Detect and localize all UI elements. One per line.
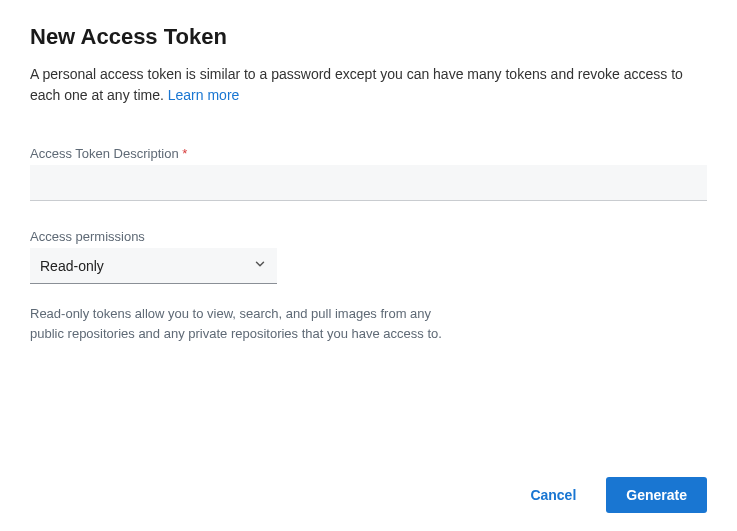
description-text: A personal access token is similar to a … [30,66,683,103]
generate-button[interactable]: Generate [606,477,707,513]
description-label: Access Token Description * [30,146,707,161]
learn-more-link[interactable]: Learn more [168,87,240,103]
page-title: New Access Token [30,24,707,50]
permissions-field-group: Access permissions Read-only Read-only t… [30,229,707,343]
permissions-select-wrapper: Read-only [30,248,277,284]
permissions-helper-text: Read-only tokens allow you to view, sear… [30,304,450,343]
permissions-label: Access permissions [30,229,707,244]
description-label-text: Access Token Description [30,146,182,161]
description-input[interactable] [30,165,707,201]
permissions-select[interactable]: Read-only [30,248,277,284]
page-description: A personal access token is similar to a … [30,64,707,106]
required-indicator: * [182,146,187,161]
dialog-actions: Cancel Generate [512,477,707,513]
cancel-button[interactable]: Cancel [512,477,594,513]
description-field-group: Access Token Description * [30,146,707,201]
